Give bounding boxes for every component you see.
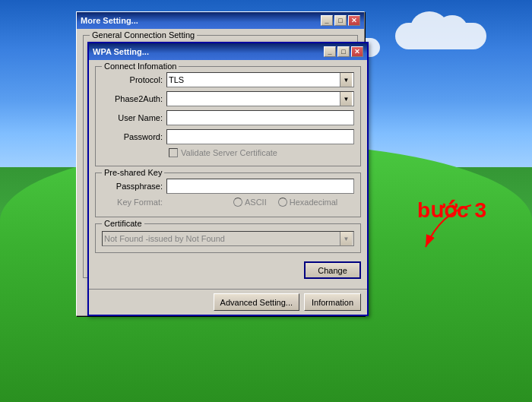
more-settings-titlebar-buttons: _ □ ✕: [321, 15, 360, 26]
passphrase-label: Passphrase:: [102, 182, 166, 191]
password-label: Password:: [102, 132, 166, 141]
certificate-value: Not Found -issued by Not Found: [104, 234, 225, 243]
wpa-maximize-button[interactable]: □: [337, 46, 350, 57]
protocol-select[interactable]: TLS ▼: [166, 72, 354, 87]
wpa-title: WPA Setting...: [93, 47, 149, 56]
ascii-option: ASCII: [233, 198, 267, 207]
ascii-label: ASCII: [245, 198, 267, 207]
certificate-group: Certificate Not Found -issued by Not Fou…: [95, 223, 361, 253]
connect-info-group: Connect Infomation Protocol: TLS ▼ Phase…: [95, 66, 361, 166]
wpa-titlebar: WPA Setting... _ □ ✕: [89, 43, 367, 60]
general-connection-label: General Connection Setting: [90, 30, 197, 40]
passphrase-input[interactable]: [166, 179, 354, 194]
protocol-label: Protocol:: [102, 75, 166, 84]
advanced-setting-button[interactable]: Advanced Setting...: [214, 293, 299, 311]
wpa-titlebar-buttons: _ □ ✕: [324, 46, 363, 57]
validate-cert-row: Validate Server Certificate: [169, 148, 354, 157]
more-settings-title: More Setting...: [81, 16, 138, 25]
protocol-value: TLS: [169, 75, 184, 84]
desktop: bước 3 More Setting... _ □ ✕ General Con…: [0, 0, 532, 402]
wpa-close-button[interactable]: ✕: [351, 46, 363, 57]
password-row: Password:: [102, 129, 354, 144]
protocol-dropdown-arrow[interactable]: ▼: [340, 73, 352, 87]
more-settings-minimize-button[interactable]: _: [321, 15, 333, 26]
more-settings-titlebar: More Setting... _ □ ✕: [77, 12, 364, 29]
password-input[interactable]: [166, 129, 354, 144]
hexadecimal-radio[interactable]: [278, 198, 287, 207]
wpa-content: Connect Infomation Protocol: TLS ▼ Phase…: [89, 60, 367, 289]
more-settings-close-button[interactable]: ✕: [348, 15, 360, 26]
protocol-row: Protocol: TLS ▼: [102, 72, 354, 87]
phase2-select[interactable]: ▼: [166, 91, 354, 106]
more-settings-maximize-button[interactable]: □: [334, 15, 347, 26]
passphrase-row: Passphrase:: [102, 179, 354, 194]
certificate-group-label: Certificate: [102, 219, 144, 228]
validate-cert-label: Validate Server Certificate: [181, 148, 277, 157]
wpa-bottom-buttons: Advanced Setting... Information: [89, 289, 367, 315]
phase2-row: Phase2Auth: ▼: [102, 91, 354, 106]
connect-info-label: Connect Infomation: [102, 62, 179, 71]
wpa-minimize-button[interactable]: _: [324, 46, 336, 57]
phase2-dropdown-arrow[interactable]: ▼: [340, 92, 352, 106]
change-button[interactable]: Change: [304, 261, 361, 279]
certificate-select[interactable]: Not Found -issued by Not Found ▼: [102, 231, 354, 246]
keyformat-row: Key Format: ASCII Hexadecimal: [102, 198, 354, 207]
ascii-radio[interactable]: [233, 198, 242, 207]
preshared-key-group: Pre-shared Key Passphrase: Key Format: A…: [95, 173, 361, 217]
keyformat-label: Key Format:: [102, 198, 166, 207]
keyformat-radio-group: ASCII Hexadecimal: [233, 198, 337, 207]
hexadecimal-label: Hexadecimal: [290, 198, 338, 207]
certificate-dropdown-arrow[interactable]: ▼: [340, 232, 352, 245]
username-input[interactable]: [166, 110, 354, 125]
hexadecimal-option: Hexadecimal: [278, 198, 338, 207]
wpa-setting-window: WPA Setting... _ □ ✕ Connect Infomation …: [87, 42, 369, 316]
arrow-annotation: [403, 198, 494, 260]
validate-cert-checkbox[interactable]: [169, 148, 178, 157]
information-button[interactable]: Information: [304, 293, 361, 311]
cloud-1: [395, 23, 486, 49]
username-row: User Name:: [102, 110, 354, 125]
username-label: User Name:: [102, 113, 166, 122]
phase2-label: Phase2Auth:: [102, 94, 166, 103]
preshared-key-label: Pre-shared Key: [102, 168, 164, 177]
